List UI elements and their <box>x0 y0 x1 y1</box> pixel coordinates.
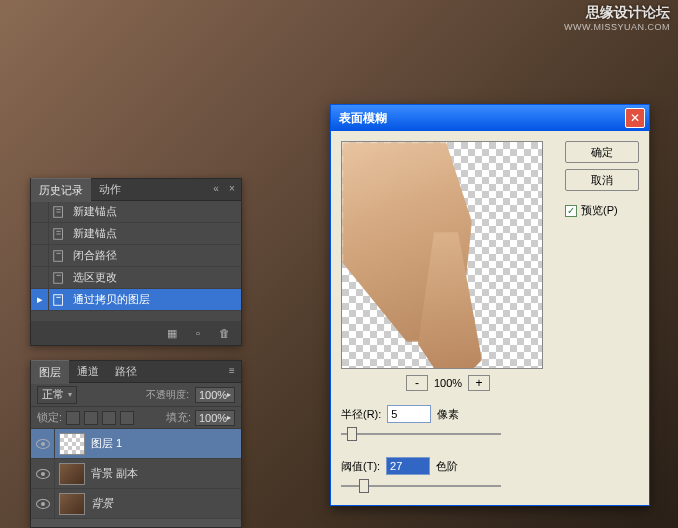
layer-row[interactable]: 背景 <box>31 489 241 519</box>
svg-rect-10 <box>54 294 63 305</box>
svg-rect-8 <box>54 272 63 283</box>
history-panel: 历史记录 动作 « × 新建锚点 新建锚点 闭合路径 选区更改 ▸通过拷贝的图层… <box>30 178 242 346</box>
visibility-toggle[interactable] <box>31 459 55 489</box>
radius-input[interactable] <box>387 405 431 423</box>
history-item[interactable]: ▸通过拷贝的图层 <box>31 289 241 311</box>
cancel-button[interactable]: 取消 <box>565 169 639 191</box>
threshold-input[interactable] <box>386 457 430 475</box>
new-icon[interactable]: ▫ <box>189 324 207 342</box>
close-button[interactable]: ✕ <box>625 108 645 128</box>
history-item[interactable]: 新建锚点 <box>31 201 241 223</box>
history-item-label: 闭合路径 <box>69 248 117 263</box>
dialog-buttons: 确定 取消 ✓ 预览(P) <box>565 141 639 495</box>
dialog-title: 表面模糊 <box>339 110 387 127</box>
snapshot-icon[interactable]: ▦ <box>163 324 181 342</box>
trash-icon[interactable]: 🗑 <box>215 324 233 342</box>
eye-icon <box>36 499 50 509</box>
fill-field[interactable]: 100%▸ <box>195 410 235 426</box>
dialog-titlebar[interactable]: 表面模糊 ✕ <box>331 105 649 131</box>
threshold-unit: 色阶 <box>436 459 458 474</box>
checkbox-icon: ✓ <box>565 205 577 217</box>
preview-checkbox-row[interactable]: ✓ 预览(P) <box>565 203 639 218</box>
layer-thumb[interactable] <box>59 463 85 485</box>
history-tabs: 历史记录 动作 « × <box>31 179 241 201</box>
eye-icon <box>36 439 50 449</box>
zoom-out-button[interactable]: - <box>406 375 428 391</box>
radius-slider[interactable] <box>341 425 501 443</box>
layers-tabs: 图层 通道 路径 ≡ <box>31 361 241 383</box>
lock-all-icon[interactable] <box>120 411 134 425</box>
fill-label: 填充: <box>166 410 191 425</box>
tab-history[interactable]: 历史记录 <box>31 178 91 202</box>
layer-thumb[interactable] <box>59 493 85 515</box>
history-item-label: 新建锚点 <box>69 226 117 241</box>
layer-copy-icon <box>49 289 69 311</box>
zoom-controls: - 100% + <box>341 375 555 391</box>
tab-actions[interactable]: 动作 <box>91 178 129 201</box>
history-footer: ▦ ▫ 🗑 <box>31 321 241 345</box>
layers-lock-row: 锁定: 填充: 100%▸ <box>31 407 241 429</box>
chevron-down-icon: ▾ <box>68 390 72 399</box>
threshold-row: 阈值(T): 色阶 <box>341 457 555 475</box>
history-item-label: 通过拷贝的图层 <box>69 292 150 307</box>
surface-blur-dialog: 表面模糊 ✕ - 100% + 半径(R): 像素 阈值(T): 色阶 <box>330 104 650 506</box>
tab-layers[interactable]: 图层 <box>31 360 69 384</box>
lock-label: 锁定: <box>37 410 62 425</box>
zoom-percent: 100% <box>434 377 462 389</box>
opacity-field[interactable]: 100%▸ <box>195 387 235 403</box>
svg-rect-6 <box>54 250 63 261</box>
panel-menu-icon[interactable]: ≡ <box>225 363 239 377</box>
selection-icon <box>49 267 69 289</box>
layers-options-row: 正常▾ 不透明度: 100%▸ <box>31 383 241 407</box>
opacity-label: 不透明度: <box>146 388 189 402</box>
layer-name: 背景 <box>89 496 113 511</box>
layer-name: 背景 副本 <box>89 466 138 481</box>
close-icon[interactable]: × <box>225 181 239 195</box>
preview-checkbox-label: 预览(P) <box>581 203 618 218</box>
lock-position-icon[interactable] <box>102 411 116 425</box>
layer-name: 图层 1 <box>89 436 122 451</box>
threshold-label: 阈值(T): <box>341 459 380 474</box>
blend-mode-dropdown[interactable]: 正常▾ <box>37 386 77 404</box>
threshold-slider[interactable] <box>341 477 501 495</box>
history-item[interactable]: 选区更改 <box>31 267 241 289</box>
zoom-in-button[interactable]: + <box>468 375 490 391</box>
anchor-icon <box>49 201 69 223</box>
preview-image[interactable] <box>341 141 543 369</box>
visibility-toggle[interactable] <box>31 429 55 459</box>
layers-panel: 图层 通道 路径 ≡ 正常▾ 不透明度: 100%▸ 锁定: 填充: 100%▸… <box>30 360 242 528</box>
layer-row[interactable]: 背景 副本 <box>31 459 241 489</box>
lock-pixels-icon[interactable] <box>84 411 98 425</box>
visibility-toggle[interactable] <box>31 489 55 519</box>
history-list: 新建锚点 新建锚点 闭合路径 选区更改 ▸通过拷贝的图层 <box>31 201 241 321</box>
eye-icon <box>36 469 50 479</box>
layer-thumb[interactable] <box>59 433 85 455</box>
history-item[interactable]: 闭合路径 <box>31 245 241 267</box>
layers-list: 图层 1 背景 副本 背景 <box>31 429 241 519</box>
layer-row[interactable]: 图层 1 <box>31 429 241 459</box>
tab-paths[interactable]: 路径 <box>107 360 145 383</box>
tab-channels[interactable]: 通道 <box>69 360 107 383</box>
path-icon <box>49 245 69 267</box>
watermark-url: WWW.MISSYUAN.COM <box>564 22 670 32</box>
watermark-text: 思缘设计论坛 <box>586 4 670 22</box>
radius-unit: 像素 <box>437 407 459 422</box>
radius-label: 半径(R): <box>341 407 381 422</box>
radius-row: 半径(R): 像素 <box>341 405 555 423</box>
history-item-label: 新建锚点 <box>69 204 117 219</box>
history-item-label: 选区更改 <box>69 270 117 285</box>
lock-transparent-icon[interactable] <box>66 411 80 425</box>
history-item[interactable]: 新建锚点 <box>31 223 241 245</box>
anchor-icon <box>49 223 69 245</box>
collapse-icon[interactable]: « <box>209 181 223 195</box>
ok-button[interactable]: 确定 <box>565 141 639 163</box>
